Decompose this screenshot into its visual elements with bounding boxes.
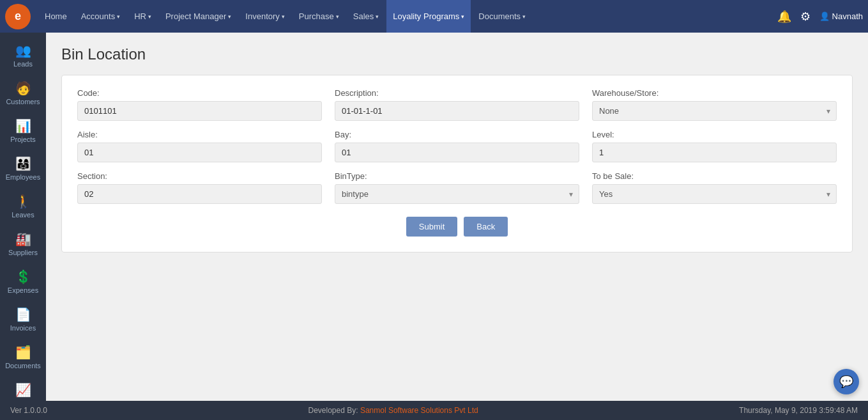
sidebar-label-employees: Employees [6,173,40,181]
datetime-label: Thursday, May 9, 2019 3:59:48 AM [739,406,858,415]
section-group: Section: [77,171,322,204]
code-input[interactable] [77,101,322,121]
user-name: Navnath [832,12,863,21]
nav-home[interactable]: Home [38,0,73,33]
nav-project-manager[interactable]: Project Manager ▾ [159,0,238,33]
tobeSale-group: To be Sale: Yes No [592,171,837,204]
section-label: Section: [77,171,322,181]
hr-arrow: ▾ [148,13,151,20]
main-layout: 👥 Leads 🧑 Customers 📊 Projects 👨‍👩‍👧 Emp… [0,33,868,401]
warehouse-group: Warehouse/Store: None [592,88,837,121]
bay-input[interactable] [335,143,579,162]
sidebar-item-reports[interactable]: 📈 Reports [0,377,46,401]
developer-info: Developed By: Sanmol Software Solutions … [308,406,478,415]
sidebar-item-leaves[interactable]: 🚶 Leaves [0,189,46,224]
tobeSale-label: To be Sale: [592,171,837,181]
developed-by-label: Developed By: [308,406,358,415]
sidebar-item-expenses[interactable]: 💲 Expenses [0,264,46,299]
sidebar-item-suppliers[interactable]: 🏭 Suppliers [0,226,46,261]
sidebar-label-projects: Projects [10,136,36,143]
nav-hr[interactable]: HR ▾ [128,0,158,33]
bintype-select-wrapper: bintype [335,184,579,204]
expenses-icon: 💲 [15,269,31,284]
nav-right: 🔔 ⚙ 👤 Navnath [777,10,863,24]
documents-icon: 🗂️ [15,345,31,360]
sidebar-label-suppliers: Suppliers [8,249,38,256]
sidebar-item-customers[interactable]: 🧑 Customers [0,75,46,111]
developer-name: Sanmol Software Solutions Pvt Ltd [360,406,478,415]
sidebar-item-documents[interactable]: 🗂️ Documents [0,339,46,375]
submit-button[interactable]: Submit [406,217,457,237]
user-avatar-icon: 👤 [819,12,830,21]
description-label: Description: [335,88,579,98]
sidebar-label-customers: Customers [6,98,40,105]
bin-location-form-card: Code: Description: Warehouse/Store: None [61,75,853,253]
nav-items: Home Accounts ▾ HR ▾ Project Manager ▾ I… [38,0,777,33]
code-group: Code: [77,88,322,121]
bintype-group: BinType: bintype [335,171,579,204]
docs-arrow: ▾ [522,13,526,20]
leaves-icon: 🚶 [15,194,31,209]
bintype-label: BinType: [335,171,579,181]
description-input[interactable] [335,101,579,121]
nav-inventory[interactable]: Inventory ▾ [239,0,291,33]
loy-arrow: ▾ [461,13,464,20]
top-navigation: e Home Accounts ▾ HR ▾ Project Manager ▾… [0,0,868,33]
footer: Ver 1.0.0.0 Developed By: Sanmol Softwar… [0,401,868,420]
app-logo: e [5,4,31,29]
bay-group: Bay: [335,130,579,162]
code-label: Code: [77,88,322,98]
nav-accounts[interactable]: Accounts ▾ [75,0,126,33]
form-actions: Submit Back [77,217,837,237]
level-group: Level: [592,130,837,162]
customers-icon: 🧑 [15,81,31,96]
sales-arrow: ▾ [376,13,379,20]
sidebar-label-reports: Reports [11,400,36,401]
leads-icon: 👥 [15,43,31,58]
aisle-group: Aisle: [77,130,322,162]
nav-sales[interactable]: Sales ▾ [347,0,386,33]
pm-arrow: ▾ [228,13,231,20]
page-title: Bin Location [61,45,853,63]
tobeSale-select-wrapper: Yes No [592,184,837,204]
suppliers-icon: 🏭 [15,231,31,247]
version-label: Ver 1.0.0.0 [10,406,47,415]
sidebar-label-documents: Documents [5,362,41,369]
sidebar-item-employees[interactable]: 👨‍👩‍👧 Employees [0,151,46,186]
employees-icon: 👨‍👩‍👧 [15,156,31,171]
settings-icon[interactable]: ⚙ [800,10,811,24]
aisle-label: Aisle: [77,130,322,139]
sidebar: 👥 Leads 🧑 Customers 📊 Projects 👨‍👩‍👧 Emp… [0,33,46,401]
chat-button[interactable]: 💬 [834,369,859,394]
projects-icon: 📊 [15,118,31,134]
description-group: Description: [335,88,579,121]
bintype-select[interactable]: bintype [335,184,579,204]
inv-arrow: ▾ [282,13,285,20]
warehouse-select[interactable]: None [592,101,837,121]
main-content: Bin Location Code: Description: Warehous… [46,33,868,401]
nav-loyality[interactable]: Loyality Programs ▾ [386,0,471,33]
sidebar-item-leads[interactable]: 👥 Leads [0,38,46,73]
bay-label: Bay: [335,130,579,139]
sidebar-label-leads: Leads [13,60,33,68]
sidebar-item-projects[interactable]: 📊 Projects [0,113,46,148]
warehouse-select-wrapper: None [592,101,837,121]
sidebar-label-invoices: Invoices [10,324,36,332]
aisle-input[interactable] [77,143,322,162]
reports-icon: 📈 [15,382,31,398]
back-button[interactable]: Back [464,217,508,237]
form-grid: Code: Description: Warehouse/Store: None [77,88,837,204]
level-input[interactable] [592,143,837,162]
purch-arrow: ▾ [336,13,339,20]
warehouse-label: Warehouse/Store: [592,88,837,98]
user-menu[interactable]: 👤 Navnath [819,12,863,21]
level-label: Level: [592,130,837,139]
invoices-icon: 📄 [15,307,31,322]
tobeSale-select[interactable]: Yes No [592,184,837,204]
nav-documents[interactable]: Documents ▾ [472,0,532,33]
section-input[interactable] [77,184,322,204]
notification-icon[interactable]: 🔔 [777,10,791,24]
sidebar-item-invoices[interactable]: 📄 Invoices [0,302,46,337]
sidebar-label-expenses: Expenses [8,286,38,294]
nav-purchase[interactable]: Purchase ▾ [293,0,346,33]
